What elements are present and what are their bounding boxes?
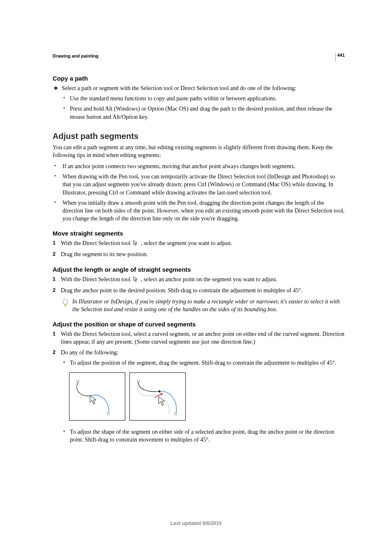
step-item: Drag the anchor point to the desired pos… — [53, 287, 345, 294]
list-item: When you initially draw a smooth point w… — [54, 199, 345, 223]
direct-selection-tool-icon — [133, 276, 138, 284]
svg-point-5 — [159, 390, 161, 392]
document-page: 441 Drawing and painting Copy a path ❖ S… — [0, 0, 392, 555]
move-straight-steps: With the Direct Selection tool , select … — [53, 239, 345, 258]
step-text: Do any of the following: — [61, 349, 118, 356]
list-item: To adjust the shape of the segment on ei… — [63, 428, 345, 444]
step-text-b: , select an anchor point on the segment … — [141, 276, 277, 282]
heading-adjust-length: Adjust the length or angle of straight s… — [53, 266, 345, 273]
figure-row — [69, 372, 345, 421]
step-text-b: , select the segment you want to adjust. — [141, 240, 233, 246]
list-item: Use the standard menu functions to copy … — [63, 95, 345, 102]
heading-adjust-path-segments: Adjust path segments — [53, 132, 345, 141]
step-item: With the Direct Selection tool , select … — [53, 275, 345, 284]
adjust-curved-steps: With the Direct Selection tool, select a… — [53, 330, 345, 444]
step-item: With the Direct Selection tool , select … — [53, 239, 345, 248]
figure-after — [129, 372, 186, 421]
svg-rect-2 — [77, 380, 79, 382]
page-number: 441 — [337, 53, 345, 58]
running-head: Drawing and painting — [53, 53, 345, 58]
direct-selection-tool-icon — [133, 240, 138, 248]
heading-adjust-curved: Adjust the position or shape of curved s… — [53, 321, 345, 328]
intro-line: ❖ Select a path or segment with the Sele… — [53, 84, 345, 92]
svg-point-0 — [63, 299, 68, 304]
adjust-curved-sub-bullets: To adjust the position of the segment, d… — [61, 359, 345, 367]
tip-block: In Illustrator or InDesign, if you're si… — [62, 298, 345, 313]
page-number-rule — [335, 53, 336, 62]
heading-move-straight: Move straight segments — [53, 230, 345, 237]
list-item: When drawing with the Pen tool, you can … — [54, 173, 345, 197]
step-text-a: With the Direct Selection tool — [61, 276, 132, 282]
adjust-curved-sub-bullets-2: To adjust the shape of the segment on ei… — [61, 428, 345, 444]
figure-before — [69, 372, 125, 421]
heading-copy-a-path: Copy a path — [53, 75, 345, 82]
tip-text: In Illustrator or InDesign, if you're si… — [72, 298, 345, 313]
copy-path-bullets: Use the standard menu functions to copy … — [53, 95, 345, 121]
svg-rect-4 — [137, 380, 139, 382]
svg-rect-6 — [175, 413, 177, 415]
step-item: With the Direct Selection tool, select a… — [53, 330, 345, 346]
copy-path-intro: Select a path or segment with the Select… — [62, 84, 296, 92]
svg-rect-3 — [107, 413, 109, 415]
list-item: Press and hold Alt (Windows) or Option (… — [63, 105, 345, 120]
adjust-length-steps: With the Direct Selection tool , select … — [53, 275, 345, 294]
list-item: To adjust the position of the segment, d… — [63, 359, 345, 367]
list-item: If an anchor point connects two segments… — [54, 162, 345, 170]
adjust-segments-bullets: If an anchor point connects two segments… — [53, 162, 345, 222]
diamond-icon: ❖ — [53, 84, 58, 92]
step-text-a: With the Direct Selection tool — [61, 240, 132, 246]
adjust-segments-intro: You can edit a path segment at any time,… — [53, 143, 345, 159]
page-footer: Last updated 6/6/2015 — [0, 520, 392, 526]
lightbulb-icon — [62, 298, 69, 309]
step-item: Drag the segment to its new position. — [53, 250, 345, 258]
step-item: Do any of the following: To adjust the p… — [53, 349, 345, 444]
